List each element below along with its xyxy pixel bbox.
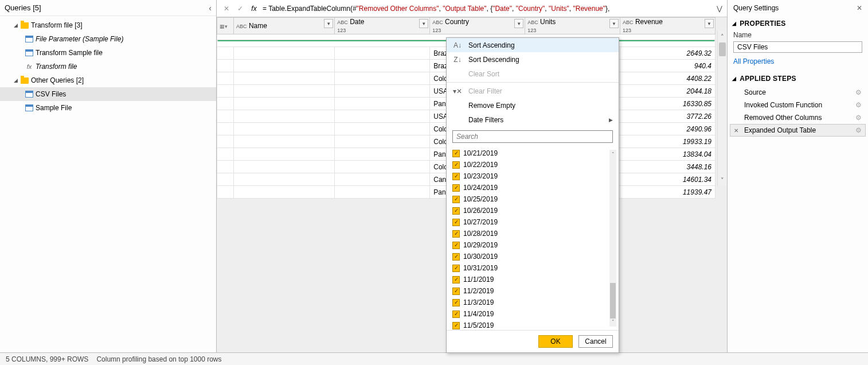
sort-descending-item[interactable]: Z↓ Sort Descending (447, 52, 619, 67)
index-column-header[interactable]: ▦▾ (217, 18, 234, 34)
scroll-thumb[interactable] (719, 42, 726, 56)
filter-value-item[interactable]: ✓10/27/2019 (452, 216, 613, 228)
checkbox-icon[interactable]: ✓ (452, 265, 460, 272)
collapse-queries-icon[interactable]: ‹ (209, 3, 212, 13)
checkbox-icon[interactable]: ✓ (452, 161, 460, 169)
cancel-formula-icon[interactable]: ✕ (221, 3, 232, 14)
fx-icon[interactable]: fx (249, 3, 259, 14)
cancel-button[interactable]: Cancel (578, 335, 613, 348)
filter-value-label: 10/24/2019 (463, 184, 498, 192)
checkbox-icon[interactable]: ✓ (452, 173, 460, 180)
scroll-thumb[interactable] (610, 283, 616, 319)
clear-sort-item[interactable]: Clear Sort (447, 67, 619, 81)
close-settings-icon[interactable]: ✕ (857, 4, 862, 12)
column-filter-button[interactable]: ▼ (705, 19, 714, 28)
step-source[interactable]: Source ⚙ (730, 86, 866, 99)
filter-value-item[interactable]: ✓10/30/2019 (452, 251, 613, 262)
filter-value-item[interactable]: ✓10/25/2019 (452, 193, 613, 205)
settings-title: Query Settings (733, 4, 779, 12)
clear-filter-icon: ▾✕ (452, 87, 463, 95)
checkbox-icon[interactable]: ✓ (452, 150, 460, 157)
query-transform-sample[interactable]: Transform Sample file (0, 46, 216, 60)
ok-button[interactable]: OK (538, 335, 573, 348)
query-csv-files[interactable]: CSV Files (0, 87, 216, 101)
formula-text[interactable]: = Table.ExpandTableColumn(#"Removed Othe… (263, 5, 713, 13)
gear-icon[interactable]: ⚙ (855, 101, 862, 109)
filter-list-scrollbar[interactable]: ˄ ˅ (609, 150, 616, 327)
filter-value-label: 10/22/2019 (463, 161, 498, 169)
date-filters-item[interactable]: Date Filters ▶ (447, 112, 619, 127)
filter-value-item[interactable]: ✓10/29/2019 (452, 239, 613, 251)
scroll-down-icon[interactable]: ˅ (609, 317, 616, 327)
column-filter-button[interactable]: ▼ (324, 19, 333, 28)
gear-icon[interactable]: ⚙ (855, 88, 862, 96)
filter-value-item[interactable]: ✓11/2/2019 (452, 285, 613, 297)
filter-value-label: 10/26/2019 (463, 207, 498, 215)
caret-icon: ◢ (732, 21, 736, 26)
filter-value-item[interactable]: ✓10/23/2019 (452, 170, 613, 182)
checkbox-icon[interactable]: ✓ (452, 219, 460, 226)
filter-value-item[interactable]: ✓10/31/2019 (452, 262, 613, 274)
step-removed-other-columns[interactable]: Removed Other Columns ⚙ (730, 111, 866, 124)
checkbox-icon[interactable]: ✓ (452, 230, 460, 238)
checkbox-icon[interactable]: ✓ (452, 288, 460, 295)
column-header-units[interactable]: ABC123 Units ▼ (525, 18, 620, 34)
query-file-parameter[interactable]: File Parameter (Sample File) (0, 32, 216, 46)
all-properties-link[interactable]: All Properties (728, 57, 868, 71)
filter-value-item[interactable]: ✓11/1/2019 (452, 274, 613, 285)
scroll-up-icon[interactable]: ˄ (718, 31, 727, 42)
filter-value-item[interactable]: ✓10/28/2019 (452, 228, 613, 239)
scroll-down-icon[interactable]: ˅ (718, 174, 727, 186)
column-header-date[interactable]: ABC123 Date ▼ (335, 18, 430, 34)
column-filter-button[interactable]: ▼ (419, 19, 428, 28)
column-header-revenue[interactable]: ABC123 Revenue ▼ (620, 18, 715, 34)
filter-value-item[interactable]: ✓10/22/2019 (452, 159, 613, 170)
table-icon (25, 49, 33, 56)
sort-desc-icon: Z↓ (452, 56, 463, 64)
column-filter-button[interactable]: ▼ (609, 19, 619, 28)
query-transform-file-fn[interactable]: fx Transform file (0, 60, 216, 73)
filter-value-item[interactable]: ✓11/5/2019 (452, 320, 613, 330)
checkbox-icon[interactable]: ✓ (452, 196, 460, 203)
checkbox-icon[interactable]: ✓ (452, 184, 460, 192)
commit-formula-icon[interactable]: ✓ (235, 3, 245, 14)
column-header-country[interactable]: ABC123 Country ▼ (430, 18, 525, 34)
filter-value-item[interactable]: ✓10/21/2019 (452, 147, 613, 159)
cell-revenue: 4408.22 (620, 72, 715, 85)
column-header-name[interactable]: ABC Name ▼ (234, 18, 335, 34)
checkbox-icon[interactable]: ✓ (452, 207, 460, 215)
filter-value-label: 11/1/2019 (463, 275, 494, 284)
gear-icon[interactable]: ⚙ (855, 114, 862, 122)
properties-section-header[interactable]: ◢ PROPERTIES (728, 16, 868, 31)
expand-formula-icon[interactable]: ⋁ (717, 5, 722, 13)
filter-value-item[interactable]: ✓10/26/2019 (452, 205, 613, 216)
checkbox-icon[interactable]: ✓ (452, 253, 460, 261)
cell-revenue: 3448.16 (620, 161, 715, 173)
filter-value-label: 10/27/2019 (463, 218, 498, 226)
filter-value-item[interactable]: ✓10/24/2019 (452, 182, 613, 193)
filter-value-item[interactable]: ✓11/4/2019 (452, 308, 613, 320)
query-sample-file[interactable]: Sample File (0, 101, 216, 115)
scroll-up-icon[interactable]: ˄ (609, 150, 616, 159)
query-name-input[interactable] (733, 41, 862, 53)
folder-other-queries[interactable]: ◢ Other Queries [2] (0, 73, 216, 87)
column-filter-button[interactable]: ▼ (514, 19, 523, 28)
applied-steps-section-header[interactable]: ◢ APPLIED STEPS (728, 71, 868, 86)
clear-filter-item[interactable]: ▾✕ Clear Filter (447, 84, 619, 98)
step-invoked-custom-function[interactable]: Invoked Custom Function ⚙ (730, 99, 866, 111)
gear-icon[interactable]: ⚙ (855, 126, 862, 134)
sort-ascending-item[interactable]: A↓ Sort Ascending (447, 38, 619, 52)
folder-transform-file[interactable]: ◢ Transform file [3] (0, 18, 216, 32)
filter-value-item[interactable]: ✓11/3/2019 (452, 297, 613, 308)
checkbox-icon[interactable]: ✓ (452, 299, 460, 306)
filter-search-input[interactable] (452, 130, 613, 143)
checkbox-icon[interactable]: ✓ (452, 322, 460, 329)
checkbox-icon[interactable]: ✓ (452, 310, 460, 318)
filter-value-label: 10/30/2019 (463, 253, 498, 261)
grid-scrollbar[interactable]: ˄ ˅ (717, 31, 727, 186)
step-expanded-output-table[interactable]: Expanded Output Table ⚙ (730, 124, 866, 137)
checkbox-icon[interactable]: ✓ (452, 276, 460, 284)
remove-empty-item[interactable]: Remove Empty (447, 98, 619, 112)
checkbox-icon[interactable]: ✓ (452, 242, 460, 249)
filter-value-label: 10/25/2019 (463, 195, 498, 203)
